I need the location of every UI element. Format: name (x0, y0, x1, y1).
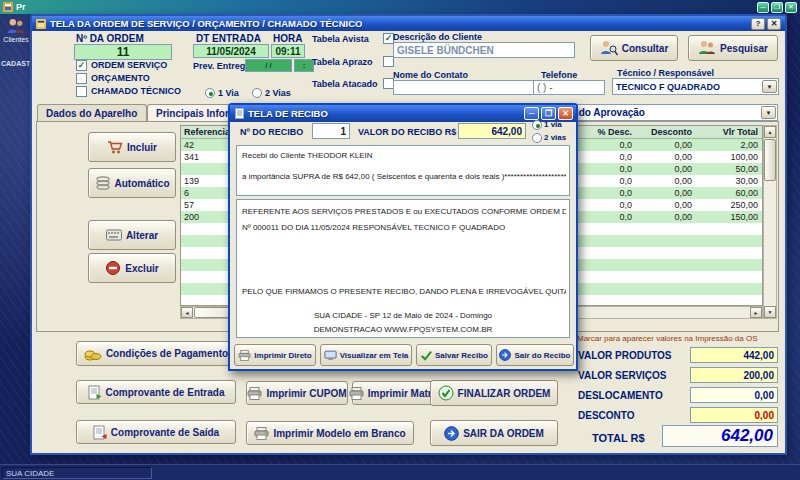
visualizar-tela-button[interactable]: Visualizar em Tela (320, 344, 412, 366)
recibo-demo-line: DEMONSTRACAO WWW.FPQSYSTEM.COM.BR (236, 325, 570, 334)
salvar-recibo-button[interactable]: Salvar Recibo (416, 344, 492, 366)
recibo-via1-radio[interactable] (532, 120, 542, 130)
recibo-title: TELA DE RECIBO (248, 108, 328, 119)
receipt-icon (235, 108, 244, 119)
recibo-valor-field[interactable]: 642,00 (458, 123, 526, 139)
recibo-line: PELO QUE FIRMAMOS O PRESENTE RECIBO, DAN… (242, 287, 566, 296)
recibo-num-field[interactable]: 1 (312, 123, 350, 139)
imprimir-direto-button[interactable]: Imprimir Direto (234, 344, 316, 366)
sair-recibo-label: Sair do Recibo (514, 351, 570, 360)
recibo-via1-label: 1 via (544, 120, 562, 129)
check-icon (420, 350, 432, 361)
recibo-line: Nº 000011 DO DIA 11/05/2024 RESPONSÁVEL … (242, 223, 505, 232)
preview-screen-icon (324, 350, 337, 361)
recibo-num-label: Nº DO RECIBO (240, 127, 303, 137)
dialog-minimize-button[interactable]: ─ (524, 107, 539, 120)
recibo-line: a importância SUPRA de R$ 642,00 ( Seisc… (242, 172, 566, 181)
exit-icon (499, 349, 511, 361)
recibo-via2-radio[interactable] (532, 133, 542, 143)
desktop: Pr ─ ❐ ✕ Clientes CADASTROS SUA CIDADE (0, 0, 800, 480)
visualizar-tela-label: Visualizar em Tela (340, 351, 409, 360)
imprimir-direto-label: Imprimir Direto (254, 351, 311, 360)
recibo-line: Recebi do Cliente THEODOR KLEIN (242, 151, 373, 160)
recibo-city-date-line: SUA CIDADE - SP 12 de Maio de 2024 - Dom… (236, 311, 570, 320)
printer-icon (238, 350, 251, 361)
sair-recibo-button[interactable]: Sair do Recibo (496, 344, 574, 366)
recibo-via2-label: 2 vias (544, 133, 566, 142)
dialog-close-button[interactable]: ✕ (558, 107, 573, 120)
dialog-maximize-button[interactable]: ❐ (541, 107, 556, 120)
recibo-valor-label: VALOR DO RECIBO R$ (358, 127, 456, 137)
recibo-line: REFERENTE AOS SERVIÇOS PRESTADOS E ou EX… (242, 207, 566, 216)
recibo-dialog: TELA DE RECIBO ─ ❐ ✕ Nº DO RECIBO 1 VALO… (0, 0, 800, 480)
salvar-recibo-label: Salvar Recibo (435, 351, 488, 360)
